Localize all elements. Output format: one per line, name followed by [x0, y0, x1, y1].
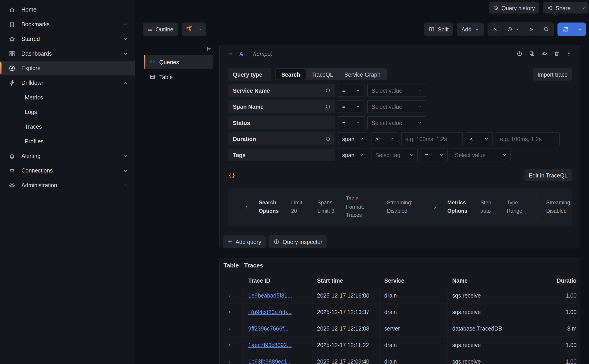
split-button[interactable]: Split	[424, 23, 453, 36]
column-header-duration[interactable]: Duration	[514, 277, 576, 283]
sidebar-item-dashboards[interactable]: Dashboards	[0, 46, 135, 61]
sidebar-item-administration[interactable]: Administration	[0, 178, 135, 193]
query-type-traceql[interactable]: TraceQL	[306, 69, 339, 79]
outline-item-table[interactable]: Table	[144, 70, 213, 84]
tags-value-select[interactable]: Select value	[451, 149, 511, 161]
remove-query-icon[interactable]	[554, 51, 560, 57]
sidebar-item-explore[interactable]: Explore	[0, 61, 135, 76]
time-picker-button[interactable]	[502, 23, 524, 35]
datasource-help-icon[interactable]	[516, 51, 523, 57]
toggle-query-visibility-icon[interactable]	[541, 51, 547, 57]
sidebar-item-bookmarks[interactable]: Bookmarks	[0, 17, 135, 32]
add-query-button[interactable]: Add query	[223, 235, 266, 248]
column-header-start-time[interactable]: Start time	[313, 277, 380, 283]
duration-lt-operator-select[interactable]: <	[466, 132, 493, 145]
refresh-interval-button[interactable]	[574, 23, 586, 36]
service-cell: drain	[380, 304, 448, 320]
row-expander[interactable]	[223, 287, 244, 303]
outline-item-queries[interactable]: Queries	[144, 55, 213, 69]
gear-icon	[8, 182, 16, 188]
duration-gt-operator-select[interactable]: >	[371, 132, 398, 145]
edit-in-traceql-button[interactable]: Edit in TraceQL	[524, 169, 572, 181]
trace-id-link[interactable]: 1e9beabad5f31...	[248, 292, 292, 299]
status-operator-select[interactable]: =	[338, 116, 364, 129]
row-expander[interactable]	[223, 337, 244, 353]
outline-button[interactable]: Outline	[143, 23, 178, 36]
column-header-service[interactable]: Service	[380, 277, 448, 283]
chevron-down-icon[interactable]	[123, 168, 128, 173]
query-history-button[interactable]: Query history	[489, 2, 539, 13]
double-chevron-left-icon	[492, 27, 498, 32]
duration-min-input[interactable]	[401, 132, 463, 145]
sidebar-item-profiles[interactable]: Profiles	[0, 134, 135, 149]
start-time-cell: 2025-12-17 12:11:22	[313, 337, 380, 353]
sidebar-item-connections[interactable]: Connections	[0, 163, 135, 178]
chevron-down-icon[interactable]	[123, 21, 128, 27]
chevron-down-icon[interactable]	[123, 36, 128, 41]
collapse-query-icon[interactable]	[228, 51, 233, 56]
query-inspector-button[interactable]: Query inspector	[269, 235, 327, 248]
share-button[interactable]: Share	[543, 2, 575, 13]
row-expander[interactable]	[223, 320, 244, 336]
trace-id-link[interactable]: f7a94cd20e7cb...	[248, 309, 292, 315]
refresh-icon-button[interactable]	[557, 23, 574, 36]
sidebar-item-starred[interactable]: Starred	[0, 32, 135, 46]
sidebar-item-label: Administration	[21, 182, 123, 188]
tags-scope-select[interactable]: span	[338, 149, 368, 161]
drilldown-icon	[8, 79, 16, 86]
time-shift-forward-button[interactable]	[524, 23, 539, 35]
table-icon	[149, 74, 155, 80]
sidebar-item-logs[interactable]: Logs	[0, 105, 135, 119]
service-name-value-select[interactable]: Select value	[367, 84, 426, 97]
duration-max-input[interactable]	[496, 132, 560, 145]
sidebar-item-alerting[interactable]: Alerting	[0, 149, 135, 163]
trace-id-link[interactable]: 1aec7f93c8092...	[248, 342, 292, 348]
tags-operator-select[interactable]: =	[421, 149, 448, 161]
trace-id-link[interactable]: 9ff2396c7666f...	[248, 325, 289, 332]
duplicate-query-icon[interactable]	[529, 51, 535, 57]
zoom-out-button[interactable]	[539, 23, 554, 35]
time-shift-back-button[interactable]	[488, 23, 502, 35]
add-dropdown-button[interactable]: Add	[457, 23, 484, 36]
row-expander[interactable]	[223, 353, 244, 364]
chevron-up-icon[interactable]	[123, 80, 128, 85]
row-expander[interactable]	[223, 304, 244, 320]
outline-item-label: Queries	[159, 59, 179, 65]
span-name-operator-select[interactable]: =	[338, 100, 364, 113]
share-menu-button[interactable]	[578, 2, 588, 13]
collapse-outline-icon[interactable]	[206, 46, 212, 52]
span-name-value-select[interactable]: Select value	[367, 100, 426, 113]
sidebar-item-label: Metrics	[25, 94, 43, 101]
explore-toolbar: Outline Split Add	[136, 22, 589, 37]
duration-scope-select[interactable]: span	[338, 132, 368, 145]
chevron-down-icon[interactable]	[123, 182, 128, 188]
query-datasource-name: (tempo)	[253, 50, 273, 57]
import-trace-button[interactable]: Import trace	[533, 68, 572, 80]
column-header-name[interactable]: Name	[448, 277, 514, 283]
chevron-down-icon[interactable]	[123, 153, 128, 158]
home-icon	[8, 6, 16, 13]
top-header: Query history Share	[136, 0, 589, 16]
sidebar-item-metrics[interactable]: Metrics	[0, 90, 135, 105]
sidebar-item-label: Drilldown	[21, 80, 123, 86]
column-header-trace-id[interactable]: Trace ID	[244, 277, 313, 283]
chevron-down-icon[interactable]	[123, 51, 128, 56]
sidebar-item-label: Connections	[21, 167, 123, 174]
metrics-options-title: Metrics Options	[447, 199, 471, 215]
datasource-picker[interactable]	[181, 23, 206, 36]
sidebar-item-home[interactable]: Home	[0, 2, 135, 17]
chevron-down-icon	[475, 27, 479, 32]
status-value-select[interactable]: Select value	[367, 116, 426, 129]
sidebar-item-drilldown[interactable]: Drilldown	[0, 76, 135, 90]
query-type-label: Query type	[228, 68, 271, 80]
query-type-service-graph[interactable]: Service Graph	[339, 69, 386, 79]
service-name-operator-select[interactable]: =	[338, 84, 364, 97]
tags-tag-select[interactable]: Select tag	[371, 149, 418, 161]
drag-handle-icon[interactable]	[566, 51, 572, 57]
span-name-field-label: Span Name	[228, 100, 335, 113]
query-options-bar[interactable]: Search Options Limit: 20 Spans Limit: 3 …	[228, 188, 572, 226]
query-type-search[interactable]: Search	[276, 69, 306, 79]
start-time-cell: 2025-12-17 12:12:08	[313, 320, 380, 336]
trace-id-link[interactable]: 1b93fb9889ec1...	[248, 358, 292, 364]
sidebar-item-traces[interactable]: Traces	[0, 119, 135, 134]
